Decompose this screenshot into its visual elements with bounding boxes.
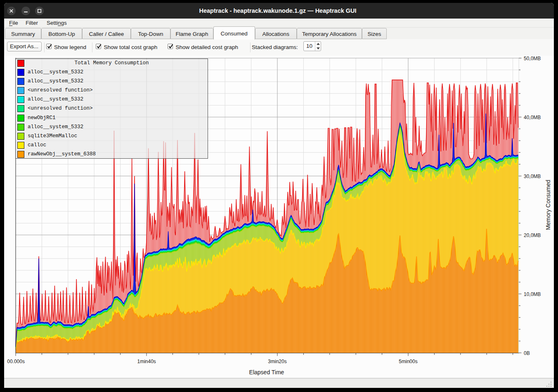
svg-text:Elapsed Time: Elapsed Time: [249, 369, 284, 376]
svg-text:40,0MB: 40,0MB: [524, 115, 541, 120]
svg-text:Memory Consumed: Memory Consumed: [545, 180, 551, 230]
svg-text:1min40s: 1min40s: [137, 359, 156, 364]
svg-text:50,0MB: 50,0MB: [524, 56, 541, 61]
svg-text:30,0MB: 30,0MB: [524, 174, 541, 179]
svg-text:10,0MB: 10,0MB: [524, 291, 541, 297]
svg-text:0B: 0B: [524, 350, 530, 356]
svg-text:00.000s: 00.000s: [7, 359, 25, 364]
svg-text:20,0MB: 20,0MB: [524, 232, 541, 238]
svg-text:3min20s: 3min20s: [268, 359, 286, 364]
svg-text:5min00s: 5min00s: [399, 359, 417, 364]
